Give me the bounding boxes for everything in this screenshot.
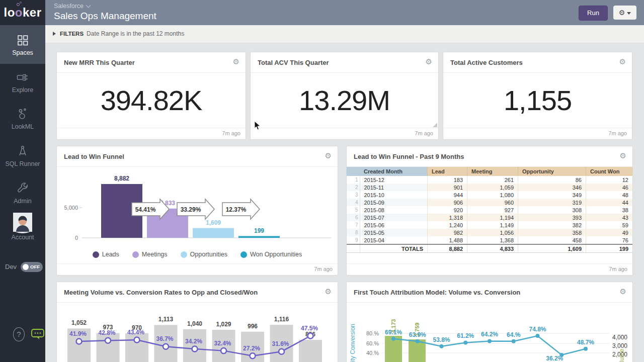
meeting-volume-chart[interactable]: 1,0529739701,1131,0401,0299961,11685641.…	[57, 303, 338, 362]
sidebar-item-label: LookML	[0, 123, 45, 130]
space-breadcrumb[interactable]: Salesforce	[54, 3, 90, 10]
legend-label: Opportunities	[190, 251, 227, 258]
value-cell: 261	[467, 176, 518, 184]
svg-text:33.29%: 33.29%	[181, 206, 201, 213]
tile-title[interactable]: Lead to Win Funnel	[64, 153, 124, 160]
value-cell: 944	[428, 191, 467, 199]
table-row: 52015-0892092730838	[347, 206, 632, 214]
svg-text:40.%: 40.%	[366, 350, 379, 356]
svg-text:36.7%: 36.7%	[156, 335, 173, 342]
column-header[interactable]: Created Month	[360, 167, 428, 176]
svg-text:0: 0	[75, 235, 78, 241]
dev-mode-toggle[interactable]: OFF	[21, 262, 43, 272]
dev-mode-row: Dev OFF	[0, 261, 45, 273]
legend-dot	[181, 251, 187, 258]
svg-text:5,000: 5,000	[64, 205, 78, 211]
svg-text:61.2%: 61.2%	[457, 332, 474, 339]
month-cell: 2015-06	[360, 221, 428, 229]
tile-gear-icon[interactable]: ⚙	[620, 151, 626, 160]
tile-funnel-past-9-months: Lead to Win Funnel - Past 9 Months⚙ Crea…	[346, 146, 633, 276]
avatar	[13, 225, 32, 233]
tile-gear-icon[interactable]: ⚙	[325, 287, 332, 296]
help-icon[interactable]: ?	[13, 327, 25, 341]
toggle-state: OFF	[30, 264, 40, 269]
tile-gear-icon[interactable]: ⚙	[619, 57, 626, 66]
dashboard-settings-button[interactable]: ⚙	[613, 6, 636, 20]
legend-dot	[132, 251, 139, 258]
svg-text:69.1%: 69.1%	[385, 329, 402, 336]
sidebar-item-lookml[interactable]: LookML	[0, 107, 45, 130]
svg-text:1,609: 1,609	[206, 219, 221, 226]
legend-item[interactable]: Leads	[93, 251, 119, 258]
sidebar-item-spaces[interactable]: Spaces	[0, 25, 45, 64]
tile-gear-icon[interactable]: ⚙	[620, 287, 626, 296]
tile-title[interactable]: Meeting Volume vs. Conversion Rates to O…	[64, 289, 258, 296]
svg-text:63.9%: 63.9%	[409, 331, 426, 338]
funnel-table[interactable]: Created MonthLeadMeetingOpportunityCount…	[347, 167, 632, 253]
tile-title[interactable]: First Touch Attribution Model: Volume vs…	[354, 289, 520, 296]
looker-logo[interactable]: looker	[0, 0, 45, 25]
sidebar-item-label: SQL Runner	[0, 160, 45, 167]
value-cell: 43	[586, 214, 633, 221]
sidebar-item-sql-runner[interactable]: SQL Runner	[0, 144, 45, 167]
value-cell: 382	[518, 221, 586, 229]
sidebar-item-explore[interactable]: Explore	[0, 70, 45, 94]
sidebar-item-account[interactable]: Account	[0, 213, 45, 241]
tile-title[interactable]: Total Active Customers	[450, 59, 523, 66]
top-bar: Salesforce Sales Ops Management Run ⚙	[45, 0, 644, 25]
tile-title[interactable]: Total ACV This Quarter	[258, 59, 329, 66]
flashlight-icon	[16, 70, 30, 84]
run-button[interactable]: Run	[579, 6, 608, 21]
chat-icon[interactable]	[30, 327, 45, 341]
svg-text:54.41%: 54.41%	[135, 206, 156, 213]
svg-text:8,882: 8,882	[114, 175, 129, 182]
value-cell: 49	[586, 229, 633, 236]
funnel-chart[interactable]: 5,00008,8824,8331,60919954.41%33.29%12.3…	[57, 167, 338, 247]
legend-label: Meetings	[142, 251, 168, 258]
tile-new-mrr: New MRR This Quarter⚙ 394.82K 7m ago	[56, 52, 246, 140]
value-cell: 982	[428, 229, 467, 236]
tile-gear-icon[interactable]: ⚙	[233, 57, 239, 66]
column-header[interactable]: Opportunity	[518, 167, 586, 176]
svg-text:36.2%: 36.2%	[546, 355, 563, 362]
legend-item[interactable]: Opportunities	[181, 251, 227, 258]
svg-text:996: 996	[248, 323, 258, 330]
sidebar-item-label: Admin	[0, 198, 45, 205]
tile-age: 7m ago	[415, 130, 433, 136]
tile-total-acv: Total ACV This Quarter⚙ 13.29M 7m ago	[250, 52, 439, 140]
kpi-value: 1,155	[443, 72, 632, 128]
column-header[interactable]: Lead	[428, 167, 467, 176]
expand-arrow-icon	[53, 32, 56, 36]
tile-title[interactable]: Lead to Win Funnel - Past 9 Months	[354, 153, 464, 160]
tile-gear-icon[interactable]: ⚙	[325, 151, 332, 160]
svg-text:43.4%: 43.4%	[127, 329, 144, 336]
legend-item[interactable]: Won Opportunities	[240, 251, 302, 258]
caret-down-icon	[627, 12, 631, 15]
column-header[interactable]: Meeting	[467, 167, 518, 176]
svg-text:ity Conversion: ity Conversion	[349, 324, 356, 362]
legend-item[interactable]: Meetings	[132, 251, 168, 258]
svg-text:53.8%: 53.8%	[433, 336, 450, 343]
column-header[interactable]: Count Won	[586, 167, 633, 176]
value-cell: 458	[518, 236, 586, 244]
month-cell: 2015-04	[360, 236, 428, 244]
tile-resize-handle[interactable]	[433, 123, 437, 127]
sidebar-item-admin[interactable]: Admin	[0, 182, 45, 205]
attribution-chart[interactable]: 80.%60.%40.%4,0003,0002,000ity Conversio…	[347, 303, 632, 362]
tile-title[interactable]: New MRR This Quarter	[64, 59, 135, 66]
tile-gear-icon[interactable]: ⚙	[426, 57, 432, 66]
value-cell: 1,149	[467, 221, 518, 229]
month-cell: 2015-08	[360, 206, 428, 214]
svg-text:80.%: 80.%	[366, 330, 379, 336]
value-cell: 38	[586, 206, 633, 214]
value-cell: 393	[518, 214, 586, 221]
filters-bar[interactable]: FILTERSDate Range is in the past 12 mont…	[45, 25, 644, 43]
tile-age: 7m ago	[608, 130, 627, 136]
legend-dot	[93, 251, 99, 258]
value-cell: 927	[467, 206, 518, 214]
chevron-down-icon	[86, 3, 91, 8]
month-cell: 2015-07	[360, 214, 428, 221]
value-cell: 901	[428, 184, 467, 191]
value-cell: 48	[586, 191, 633, 199]
svg-text:31.6%: 31.6%	[272, 340, 289, 347]
